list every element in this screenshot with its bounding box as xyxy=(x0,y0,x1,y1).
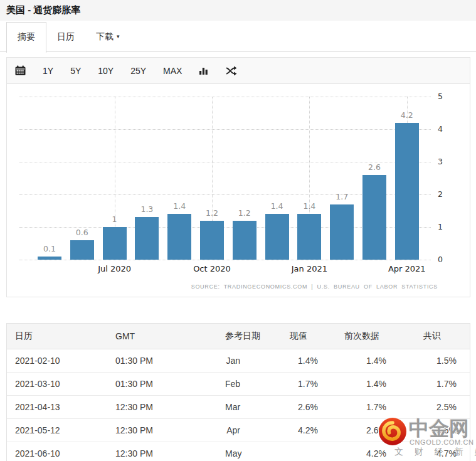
table-cell: 4.2% xyxy=(326,442,394,461)
table-cell: Feb xyxy=(217,373,248,396)
chart-bar-value-label: 1.7 xyxy=(326,192,357,201)
table-cell: Jan xyxy=(217,349,248,373)
h-gridline xyxy=(19,260,431,260)
column-header: 参考日期 xyxy=(217,324,248,349)
chart-bar-value-label: 1 xyxy=(99,215,130,224)
tab-calendar[interactable]: 日历 xyxy=(46,23,85,52)
y-tick-label: 4 xyxy=(438,124,443,134)
chart-bar[interactable] xyxy=(135,217,159,260)
range-1y-button[interactable]: 1Y xyxy=(43,63,53,78)
chart-bar-value-label: 0.6 xyxy=(66,228,98,237)
column-header: GMT xyxy=(107,324,217,349)
chart-bar[interactable] xyxy=(265,214,289,260)
table-cell: 2021-03-10 xyxy=(7,373,107,396)
column-header: 日历 xyxy=(7,324,107,349)
h-gridline xyxy=(19,97,431,97)
table-cell: 2.6% xyxy=(326,419,394,442)
column-header: 前次数据 xyxy=(326,324,394,349)
table-cell: 2.5% xyxy=(394,396,470,419)
y-tick-label: 3 xyxy=(438,157,443,166)
chart-source-note: SOURCE: TRADINGECONOMICS.COM | U.S. BURE… xyxy=(191,283,438,290)
table-cell: Mar xyxy=(217,396,248,419)
bar-chart-icon[interactable] xyxy=(199,63,209,78)
x-tick-label: Jan 2021 xyxy=(283,264,336,273)
chart-bar-value-label: 0.1 xyxy=(34,244,65,253)
table-cell: 2021-05-12 xyxy=(7,419,107,442)
chart-bar-value-label: 1.4 xyxy=(262,201,293,211)
x-tick-label: Oct 2020 xyxy=(186,264,238,273)
tab-download[interactable]: 下载▾ xyxy=(85,23,130,52)
chart-bar[interactable] xyxy=(38,257,61,260)
chart-bar-value-label: 4.2 xyxy=(391,110,423,120)
table-cell: 12:30 PM xyxy=(107,419,217,442)
chart-bar[interactable] xyxy=(200,221,224,260)
range-10y-button[interactable]: 10Y xyxy=(98,63,114,78)
chart-plot[interactable]: SOURCE: TRADINGECONOMICS.COM | U.S. BURE… xyxy=(6,84,470,297)
table-cell: 1.5% xyxy=(394,349,470,373)
chart-bar-value-label: 1.4 xyxy=(294,201,325,211)
x-tick-label: Jul 2020 xyxy=(88,264,141,273)
column-header: 共识 xyxy=(394,324,470,349)
chart-bar[interactable] xyxy=(233,221,257,260)
table-cell: 4.2% xyxy=(248,419,326,442)
table-cell: 1.4% xyxy=(326,373,394,396)
table-cell: 4.7% xyxy=(394,442,470,461)
chevron-down-icon: ▾ xyxy=(117,33,120,40)
tab-download-label: 下载 xyxy=(96,31,114,41)
calendar-icon[interactable] xyxy=(15,63,26,78)
table-cell: 12:30 PM xyxy=(107,442,217,461)
table-cell: 1.7% xyxy=(394,373,470,396)
table-cell: Apr xyxy=(217,419,248,442)
tab-summary[interactable]: 摘要 xyxy=(6,22,46,53)
table-row[interactable]: 2021-05-1212:30 PMApr4.2%2.6%3.6% xyxy=(7,419,470,442)
range-max-button[interactable]: MAX xyxy=(163,63,182,78)
chart-bar-value-label: 1.4 xyxy=(164,201,195,211)
table-cell: 2021-06-10 xyxy=(7,442,107,461)
table-cell: 1.4% xyxy=(248,349,326,373)
table-row[interactable]: 2021-02-1001:30 PMJan1.4%1.4%1.5% xyxy=(7,349,470,373)
table-cell: 1.4% xyxy=(326,349,394,373)
tab-bar: 摘要 日历 下载▾ xyxy=(0,21,476,52)
chart-bar-value-label: 1.2 xyxy=(196,208,228,218)
calendar-table: 日历GMT参考日期现值前次数据共识 2021-02-1001:30 PMJan1… xyxy=(6,323,470,461)
chart-bar[interactable] xyxy=(395,123,419,260)
calendar-table-header: 日历GMT参考日期现值前次数据共识 xyxy=(7,324,470,349)
table-row[interactable]: 2021-06-1012:30 PMMay4.2%4.7% xyxy=(7,442,470,461)
x-tick-label: Apr 2021 xyxy=(381,264,433,273)
table-cell: 2021-02-10 xyxy=(7,349,107,373)
range-5y-button[interactable]: 5Y xyxy=(70,63,81,78)
table-cell: 1.7% xyxy=(326,396,394,419)
chart-bar-value-label: 1.3 xyxy=(131,204,162,214)
chart-bar-value-label: 1.2 xyxy=(229,208,260,218)
table-cell: 01:30 PM xyxy=(107,373,217,396)
table-row[interactable]: 2021-04-1312:30 PMMar2.6%1.7%2.5% xyxy=(7,396,470,419)
y-tick-label: 5 xyxy=(438,92,443,101)
chart-bar[interactable] xyxy=(297,214,321,260)
page-title: 美国 - 通货膨胀率 xyxy=(6,4,80,16)
h-gridline xyxy=(19,129,431,130)
table-row[interactable]: 2021-03-1001:30 PMFeb1.7%1.4%1.7% xyxy=(7,373,470,396)
table-cell: 2021-04-13 xyxy=(7,396,107,419)
range-25y-button[interactable]: 25Y xyxy=(130,63,146,78)
y-tick-label: 2 xyxy=(438,189,443,199)
table-cell: May xyxy=(217,442,248,461)
chart-bar[interactable] xyxy=(167,214,191,260)
table-cell: 2.6% xyxy=(248,396,326,419)
table-cell xyxy=(248,442,326,461)
chart-bar[interactable] xyxy=(362,175,386,260)
chart-bar-value-label: 2.6 xyxy=(359,162,390,172)
y-tick-label: 0 xyxy=(438,255,443,264)
chart-bar[interactable] xyxy=(103,227,127,260)
chart-bar[interactable] xyxy=(330,204,354,260)
table-cell: 01:30 PM xyxy=(107,349,217,373)
chart-toolbar: 1Y 5Y 10Y 25Y MAX xyxy=(6,57,470,84)
table-cell: 12:30 PM xyxy=(107,396,217,419)
table-cell: 3.6% xyxy=(394,419,470,442)
page-header: 美国 - 通货膨胀率 xyxy=(0,0,476,21)
chart-bar[interactable] xyxy=(70,240,94,260)
y-tick-label: 1 xyxy=(438,222,443,231)
compare-icon[interactable] xyxy=(226,63,237,78)
table-cell: 1.7% xyxy=(248,373,326,396)
